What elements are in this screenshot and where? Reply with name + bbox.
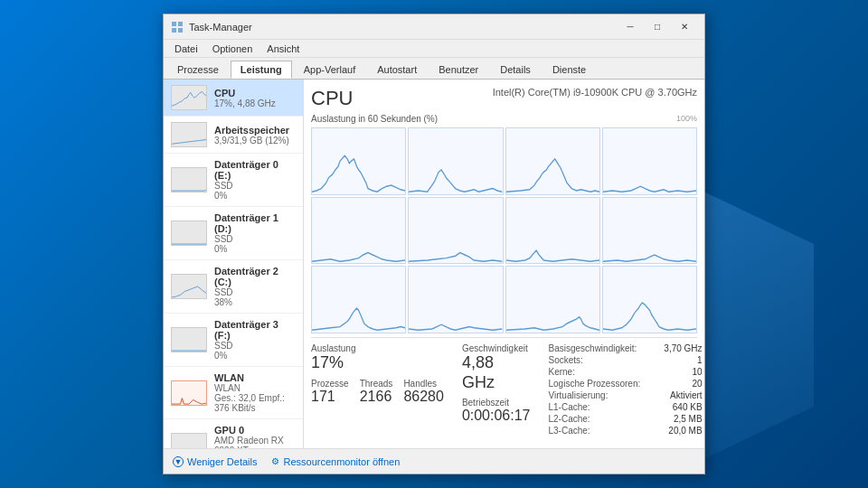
virtualisierung-val: Aktiviert xyxy=(670,390,703,400)
tab-details[interactable]: Details xyxy=(490,61,541,79)
stat-col-3: Basisgeschwindigkeit: 3,70 GHz Sockets: … xyxy=(549,343,703,436)
disk2-type: SSD xyxy=(214,287,296,297)
title-bar: Task-Manager ─ □ ✕ xyxy=(164,14,704,40)
gpu0-model: AMD Radeon RX 6900 XT xyxy=(214,436,296,448)
stat-auslastung: Auslastung 17% xyxy=(311,343,444,373)
gpu0-label: GPU 0 xyxy=(214,425,296,436)
cpu-core-graph-12 xyxy=(602,266,697,333)
sidebar-item-ram[interactable]: Arbeitsspeicher 3,9/31,9 GB (12%) xyxy=(164,117,303,154)
ram-thumbnail xyxy=(171,122,207,147)
threads-label: Threads xyxy=(360,379,393,389)
handles-value: 86280 xyxy=(403,389,444,405)
disk3-type: SSD xyxy=(214,341,296,351)
svg-rect-0 xyxy=(172,22,176,26)
tab-app-verlauf[interactable]: App-Verlauf xyxy=(294,61,365,79)
window-icon xyxy=(171,21,184,33)
task-manager-window: Task-Manager ─ □ ✕ Datei Optionen Ansich… xyxy=(163,14,705,474)
svg-rect-1 xyxy=(178,22,183,26)
disk1-usage: 0% xyxy=(214,244,296,254)
menu-bar: Datei Optionen Ansicht xyxy=(164,40,704,58)
l1-val: 640 KB xyxy=(673,402,703,412)
graph-label: Auslastung in 60 Sekunden (%) xyxy=(311,114,438,124)
prozesse-value: 171 xyxy=(311,389,349,405)
svg-rect-2 xyxy=(172,28,176,33)
wlan-type: WLAN xyxy=(214,383,296,393)
tab-autostart[interactable]: Autostart xyxy=(367,61,427,79)
tab-bar: Prozesse Leistung App-Verlauf Autostart … xyxy=(164,58,704,80)
cpu-core-graph-2 xyxy=(408,127,503,195)
page-title: CPU xyxy=(311,87,353,110)
tab-dienste[interactable]: Dienste xyxy=(542,61,596,79)
disk0-type: SSD xyxy=(214,181,296,191)
ressourcenmonitor-button[interactable]: ⚙ Ressourcenmonitor öffnen xyxy=(271,456,400,467)
stats-row: Auslastung 17% Prozesse 171 Threads 2166 xyxy=(311,337,697,441)
virtualisierung-key: Virtualisierung: xyxy=(549,390,609,400)
l2-key: L2-Cache: xyxy=(549,414,590,424)
cpu-label: CPU xyxy=(214,88,296,99)
footer: ▼ Weniger Details ⚙ Ressourcenmonitor öf… xyxy=(164,448,704,474)
stat-col-1: Auslastung 17% Prozesse 171 Threads 2166 xyxy=(311,343,444,436)
cpu-thumbnail xyxy=(171,85,207,110)
sidebar-item-disk2[interactable]: Datenträger 2 (C:) SSD 38% xyxy=(164,260,303,314)
basisgeschwindigkeit-val: 3,70 GHz xyxy=(664,343,702,353)
disk0-thumbnail xyxy=(171,167,207,192)
disk3-thumbnail xyxy=(171,327,207,352)
logische-key: Logische Prozessoren: xyxy=(549,379,641,389)
cpu-model-text: Intel(R) Core(TM) i9-10900K CPU @ 3.70GH… xyxy=(493,87,697,98)
handles-label: Handles xyxy=(403,379,444,389)
disk2-label: Datenträger 2 (C:) xyxy=(214,266,296,287)
weniger-details-button[interactable]: ▼ Weniger Details xyxy=(173,456,257,467)
wlan-thumbnail xyxy=(171,380,207,406)
auslastung-label: Auslastung xyxy=(311,343,444,353)
l3-key: L3-Cache: xyxy=(549,426,590,436)
menu-datei[interactable]: Datei xyxy=(167,42,205,56)
minimize-button[interactable]: ─ xyxy=(618,18,643,36)
tab-benutzer[interactable]: Benutzer xyxy=(429,61,488,79)
ram-label: Arbeitsspeicher xyxy=(214,125,296,136)
wlan-label: WLAN xyxy=(214,372,296,383)
stat-handles: Handles 86280 xyxy=(403,379,444,405)
sockets-val: 1 xyxy=(697,355,703,365)
desktop: Task-Manager ─ □ ✕ Datei Optionen Ansich… xyxy=(0,0,868,488)
circle-icon: ▼ xyxy=(173,456,184,467)
disk0-label: Datenträger 0 (E:) xyxy=(214,159,296,181)
cpu-core-graph-5 xyxy=(311,197,406,265)
disk2-usage: 38% xyxy=(214,297,296,307)
cpu-core-graph-4 xyxy=(602,127,697,195)
cpu-core-graph-9 xyxy=(311,266,406,333)
sidebar-item-gpu0[interactable]: GPU 0 AMD Radeon RX 6900 XT 6% (37 °C) xyxy=(164,419,303,448)
stat-betriebszeit: Betriebszeit 0:00:06:17 xyxy=(462,398,531,424)
sidebar-item-disk0[interactable]: Datenträger 0 (E:) SSD 0% xyxy=(164,154,303,207)
window-title: Task-Manager xyxy=(189,22,618,33)
betriebszeit-value: 0:00:06:17 xyxy=(462,408,531,424)
cpu-core-graph-11 xyxy=(505,266,600,333)
close-button[interactable]: ✕ xyxy=(672,18,697,36)
sidebar-item-disk1[interactable]: Datenträger 1 (D:) SSD 0% xyxy=(164,207,303,260)
tab-prozesse[interactable]: Prozesse xyxy=(167,61,229,79)
sidebar-item-wlan[interactable]: WLAN WLAN Ges.: 32,0 Empf.: 376 KBit/s xyxy=(164,367,303,419)
sidebar-item-cpu[interactable]: CPU 17%, 4,88 GHz xyxy=(164,80,303,117)
cpu-core-graph-6 xyxy=(408,197,503,265)
menu-optionen[interactable]: Optionen xyxy=(205,42,260,56)
graph-max-label: 100% xyxy=(676,114,697,126)
tab-leistung[interactable]: Leistung xyxy=(231,61,292,79)
sockets-key: Sockets: xyxy=(549,355,583,365)
geschwindigkeit-value: 4,88 GHz xyxy=(462,353,531,392)
cpu-graph-grid xyxy=(311,127,697,333)
disk0-usage: 0% xyxy=(214,191,296,201)
monitor-icon: ⚙ xyxy=(271,456,279,466)
prozesse-label: Prozesse xyxy=(311,379,349,389)
disk1-label: Datenträger 1 (D:) xyxy=(214,212,296,234)
maximize-button[interactable]: □ xyxy=(645,18,670,36)
auslastung-value: 17% xyxy=(311,353,444,373)
hardware-stats: Basisgeschwindigkeit: 3,70 GHz Sockets: … xyxy=(549,343,703,436)
gpu0-thumbnail xyxy=(171,433,207,449)
window-controls: ─ □ ✕ xyxy=(618,18,697,36)
menu-ansicht[interactable]: Ansicht xyxy=(259,42,307,56)
sidebar-item-disk3[interactable]: Datenträger 3 (F:) SSD 0% xyxy=(164,314,303,367)
main-panel: CPU Intel(R) Core(TM) i9-10900K CPU @ 3.… xyxy=(304,80,704,448)
sidebar: CPU 17%, 4,88 GHz Arbeitsspeicher 3,9/31… xyxy=(164,80,304,448)
basisgeschwindigkeit-key: Basisgeschwindigkeit: xyxy=(549,343,637,353)
l3-val: 20,0 MB xyxy=(668,426,702,436)
stat-geschwindigkeit: Geschwindigkeit 4,88 GHz xyxy=(462,343,531,392)
